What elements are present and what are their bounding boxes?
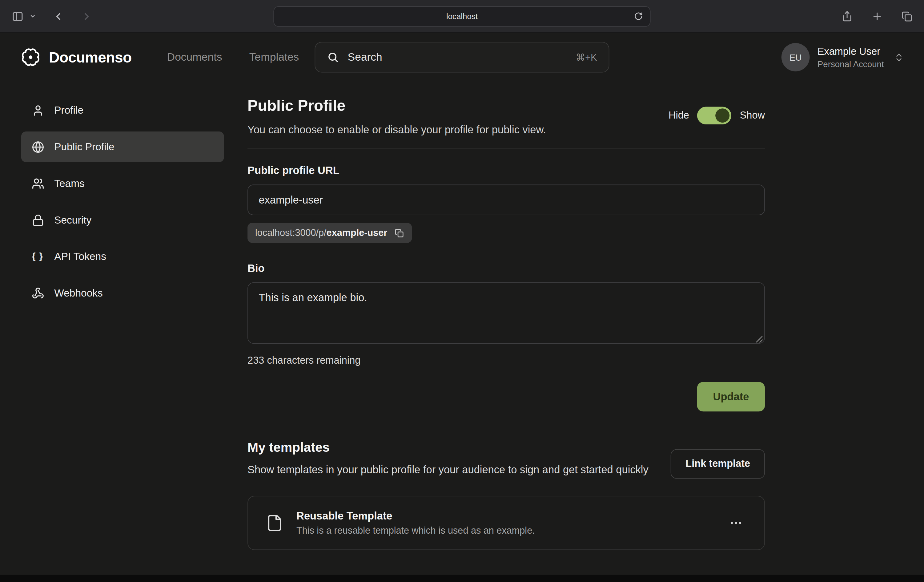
section-divider: [248, 148, 765, 149]
templates-title: My templates: [248, 438, 648, 456]
main-content: Public Profile You can choose to enable …: [248, 95, 765, 550]
globe-icon: [31, 141, 44, 153]
bio-textarea[interactable]: This is an example bio.: [248, 283, 765, 344]
search-shortcut: ⌘+K: [576, 52, 597, 63]
toggle-off-label: Hide: [668, 110, 689, 121]
chevrons-up-down-icon: [894, 52, 904, 62]
link-template-button[interactable]: Link template: [671, 449, 765, 479]
user-icon: [31, 104, 44, 116]
tabs-icon: [901, 11, 912, 21]
address-bar-url: localhost: [446, 12, 478, 21]
reload-icon: [634, 12, 643, 21]
browser-toolbar: localhost: [0, 0, 924, 33]
sidebar-item-label: API Tokens: [54, 250, 106, 263]
search-input[interactable]: Search ⌘+K: [315, 42, 609, 73]
template-name: Reusable Template: [296, 510, 535, 522]
window-bottom-edge: [0, 575, 924, 582]
profile-visibility-toggle[interactable]: [698, 107, 732, 124]
my-templates-section: My templates Show templates in your publ…: [248, 438, 765, 550]
sidebar-item-label: Webhooks: [54, 287, 103, 299]
sidebar-item-profile[interactable]: Profile: [21, 95, 224, 126]
sidebar-item-api-tokens[interactable]: { } API Tokens: [21, 241, 224, 272]
nav-templates[interactable]: Templates: [249, 51, 299, 64]
characters-remaining: 233 characters remaining: [248, 354, 765, 367]
update-button[interactable]: Update: [697, 382, 765, 412]
profile-url-copy-button[interactable]: localhost:3000/p/example-user: [248, 223, 412, 243]
settings-sidebar: Profile Public Profile Teams Security { …: [21, 95, 224, 550]
sidebar-item-label: Public Profile: [54, 141, 114, 153]
panel-left-icon: [12, 10, 23, 22]
tab-overview-button[interactable]: [899, 8, 915, 24]
webhook-icon: [31, 287, 44, 299]
app-header: Documenso Documents Templates Search ⌘+K…: [0, 33, 924, 81]
brand-name: Documenso: [49, 49, 132, 66]
sidebar-item-teams[interactable]: Teams: [21, 168, 224, 199]
chevron-down-icon: [30, 13, 36, 20]
file-icon: [266, 514, 283, 531]
braces-icon: { }: [32, 251, 43, 262]
plus-icon: [872, 10, 883, 21]
template-card: Reusable Template This is a reusable tem…: [248, 496, 765, 550]
toggle-thumb: [716, 108, 730, 122]
avatar: EU: [782, 43, 810, 71]
chevron-right-icon: [81, 10, 92, 22]
share-icon: [842, 10, 853, 21]
sidebar-item-webhooks[interactable]: Webhooks: [21, 278, 224, 309]
reload-button[interactable]: [634, 12, 643, 21]
more-horizontal-icon: [729, 516, 743, 530]
bio-label: Bio: [248, 262, 765, 274]
user-name: Example User: [817, 46, 884, 57]
sidebar-item-public-profile[interactable]: Public Profile: [21, 132, 224, 162]
forward-button[interactable]: [79, 8, 95, 25]
nav-documents[interactable]: Documents: [167, 51, 222, 64]
chevron-left-icon: [52, 10, 64, 22]
main-nav: Documents Templates: [167, 51, 299, 64]
sidebar-item-label: Teams: [54, 177, 85, 189]
sidebar-item-label: Security: [54, 214, 91, 226]
profile-url-input[interactable]: [248, 184, 765, 215]
address-bar[interactable]: localhost: [273, 6, 650, 26]
toggle-on-label: Show: [740, 110, 765, 121]
users-icon: [31, 177, 44, 189]
settings-page: Profile Public Profile Teams Security { …: [0, 81, 924, 550]
search-icon: [327, 51, 339, 63]
profile-url-label: Public profile URL: [248, 164, 765, 177]
profile-visibility-control: Hide Show: [668, 107, 765, 124]
new-tab-button[interactable]: [869, 8, 885, 24]
sidebar-item-label: Profile: [54, 104, 83, 116]
sidebar-toggle-button[interactable]: [10, 8, 26, 25]
profile-url-preview: localhost:3000/p/example-user: [255, 228, 387, 238]
search-placeholder: Search: [348, 51, 382, 64]
page-subtitle: You can choose to enable or disable your…: [248, 123, 546, 136]
templates-description: Show templates in your public profile fo…: [248, 462, 648, 478]
copy-icon: [394, 228, 404, 238]
share-button[interactable]: [839, 8, 855, 24]
documenso-logo-icon: [20, 46, 41, 68]
back-button[interactable]: [50, 8, 67, 25]
browser-window: localhost Documenso: [0, 0, 924, 582]
page-title: Public Profile: [248, 95, 546, 116]
sidebar-item-security[interactable]: Security: [21, 205, 224, 235]
user-menu-button[interactable]: EU Example User Personal Account: [782, 43, 904, 71]
sidebar-menu-button[interactable]: [30, 13, 36, 20]
brand-logo[interactable]: Documenso: [20, 46, 132, 68]
documenso-app: Documenso Documents Templates Search ⌘+K…: [0, 33, 924, 550]
template-more-button[interactable]: [726, 513, 747, 534]
user-account-type: Personal Account: [817, 59, 884, 69]
lock-icon: [31, 214, 44, 226]
template-description: This is a reusable template which is use…: [296, 525, 535, 536]
